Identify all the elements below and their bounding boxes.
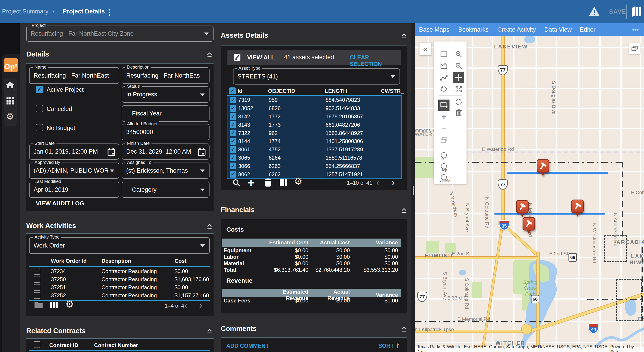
view-all-button[interactable]: VIEW ALL	[247, 54, 275, 61]
assets-select-all-checkbox[interactable]	[229, 88, 236, 94]
active-project-checkbox[interactable]	[36, 86, 43, 93]
select-circle-tool[interactable]	[453, 96, 464, 108]
row-checkbox[interactable]	[34, 276, 40, 283]
apps-grid-icon[interactable]	[4, 97, 16, 105]
sort-direction-icon[interactable]: ↑	[396, 341, 400, 349]
bookmarks-menu[interactable]: Bookmarks	[458, 23, 488, 36]
selected-street-segment[interactable]	[507, 172, 608, 174]
row-checkbox[interactable]	[230, 105, 236, 112]
name-field[interactable]: Name Resurfacing - Far NorthEast City Zo	[29, 67, 119, 84]
data-view-menu[interactable]: Data View	[544, 23, 572, 36]
work-marker-pin[interactable]	[522, 217, 535, 235]
row-checkbox[interactable]	[230, 171, 236, 178]
row-checkbox[interactable]	[34, 292, 40, 299]
columns-icon[interactable]	[279, 179, 287, 186]
contracts-col-id[interactable]: Contract ID	[49, 342, 78, 348]
add-icon[interactable]: +	[248, 177, 254, 189]
fiscal-year-field[interactable]: Fiscal Year	[122, 105, 210, 122]
related-contracts-collapse-icon[interactable]	[206, 328, 212, 334]
settings-gear-icon[interactable]: ⚙	[4, 111, 16, 122]
contracts-select-all-checkbox[interactable]	[34, 341, 40, 348]
calendar-icon[interactable]	[198, 148, 206, 156]
table-row[interactable]: 37234 Contractor Resurfacing $0.00	[29, 267, 210, 275]
assets-col-id[interactable]: Id	[238, 88, 242, 94]
table-row[interactable]: 306562641589.51116578	[228, 154, 401, 162]
status-select[interactable]: Status In Progress	[122, 86, 210, 103]
calendar-icon[interactable]	[108, 148, 115, 156]
row-checkbox[interactable]	[230, 113, 236, 120]
work-col-description[interactable]: Description	[102, 258, 131, 264]
table-row[interactable]: 814417741401.25800306	[228, 137, 401, 146]
folder-icon[interactable]	[34, 301, 43, 308]
full-extent-tool[interactable]	[453, 84, 464, 95]
map-canvas[interactable]: LAKEVIEW S Douglas Blvd mmons Rd WATER E…	[415, 36, 644, 352]
view-all-icon[interactable]	[234, 53, 241, 62]
selected-street-segment[interactable]	[494, 213, 605, 215]
panel-splitter[interactable]	[411, 23, 415, 352]
next-page-icon[interactable]: ›	[199, 302, 202, 308]
project-select[interactable]: Project Resurfacing - Far NorthEast City…	[26, 26, 214, 42]
table-row[interactable]: 81431773661.04827206	[228, 121, 401, 129]
asset-type-select[interactable]: Asset Type STREETS (41)	[233, 68, 400, 85]
zoom-out-tool[interactable]	[453, 60, 464, 72]
row-checkbox[interactable]	[230, 121, 236, 128]
table-row[interactable]: 130526826902.51464833	[228, 104, 401, 113]
row-checkbox[interactable]	[230, 138, 236, 145]
trash-icon[interactable]	[264, 178, 272, 187]
create-activity-menu[interactable]: Create Activity	[497, 23, 536, 36]
approved-by-select[interactable]: Approved By (AD) ADMIN, PUBLIC WOR...	[29, 163, 119, 179]
columns-icon[interactable]	[50, 301, 58, 308]
save-button[interactable]: SAVE	[609, 8, 626, 15]
table-row[interactable]: 37250 Contractor Resurfacing $1,603,176.…	[29, 275, 210, 283]
description-field[interactable]: Description Resurfacing - Far NorthEast …	[122, 67, 210, 84]
warning-icon[interactable]	[588, 6, 600, 17]
row-checkbox[interactable]	[230, 163, 236, 169]
assets-col-cwstr[interactable]: CWSTR_	[381, 88, 404, 94]
page-menu-button[interactable]: ⋮	[106, 8, 114, 17]
zoom-plus-tool[interactable]: +	[438, 111, 450, 122]
add-comment-button[interactable]: ADD COMMENT	[226, 342, 269, 349]
table-row[interactable]: 806147521337.51917289	[228, 146, 401, 154]
palette-collapse-button[interactable]: «	[420, 43, 431, 55]
undo-selection-tool[interactable]	[438, 84, 450, 95]
work-marker-pin[interactable]	[571, 200, 584, 217]
map-toggle-icon[interactable]	[632, 6, 642, 17]
allotted-budget-field[interactable]: Allotted Budget 34500000	[122, 124, 210, 140]
next-page-icon[interactable]: ›	[392, 179, 395, 186]
assigned-to-select[interactable]: Assigned To (st) Ericksson, Thomas	[122, 163, 210, 179]
sort-button[interactable]: SORT	[378, 342, 394, 349]
work-col-id[interactable]: Work Order Id	[51, 258, 87, 264]
row-checkbox[interactable]	[34, 268, 40, 275]
assets-collapse-icon[interactable]	[401, 33, 407, 39]
table-row[interactable]: 814217721675.20105857	[228, 113, 401, 121]
delete-selection-tool[interactable]	[453, 107, 464, 118]
category-select[interactable]: Category	[122, 182, 210, 198]
prev-page-icon[interactable]: ‹	[184, 302, 188, 308]
assets-col-objectid[interactable]: OBJECTID	[268, 88, 295, 94]
start-date-field[interactable]: Start Date Jan 01, 2019, 12:00 PM	[29, 144, 119, 160]
home-icon[interactable]	[4, 81, 16, 89]
view-audit-log-link[interactable]: VIEW AUDIT LOG	[36, 200, 84, 207]
gear-icon[interactable]: ⚙	[66, 299, 74, 310]
row-checkbox[interactable]	[230, 97, 236, 103]
search-icon[interactable]	[232, 178, 241, 187]
app-logo[interactable]: Opx	[4, 58, 18, 72]
prev-page-icon[interactable]: ‹	[376, 179, 379, 186]
no-budget-checkbox[interactable]	[36, 124, 43, 131]
comments-collapse-icon[interactable]	[401, 326, 407, 332]
clear-selection-button[interactable]: CLEAR SELECTION	[350, 54, 401, 67]
activity-type-select[interactable]: Activity Type Work Order	[29, 237, 210, 254]
contracts-col-number[interactable]: Contract Number	[94, 342, 138, 348]
table-row[interactable]: 30666263554.25666837	[228, 162, 401, 170]
zoom-minus-tool[interactable]: –	[438, 123, 450, 134]
row-checkbox[interactable]	[34, 284, 40, 291]
pan-tool[interactable]	[453, 72, 464, 83]
table-row[interactable]: 7319959884.54079823	[228, 96, 401, 104]
finish-date-field[interactable]: Finish Date Dec 31, 2029, 12:00 AM	[122, 144, 210, 160]
basemaps-menu[interactable]: Base Maps	[419, 23, 449, 36]
table-row[interactable]: 73229621563.86448927	[228, 129, 401, 137]
canceled-checkbox[interactable]	[36, 105, 43, 112]
map-overview-button[interactable]	[629, 43, 640, 54]
table-row[interactable]: 37251 Contractor Resurfacing $0.00	[29, 283, 210, 291]
work-marker-pin[interactable]	[537, 159, 549, 177]
